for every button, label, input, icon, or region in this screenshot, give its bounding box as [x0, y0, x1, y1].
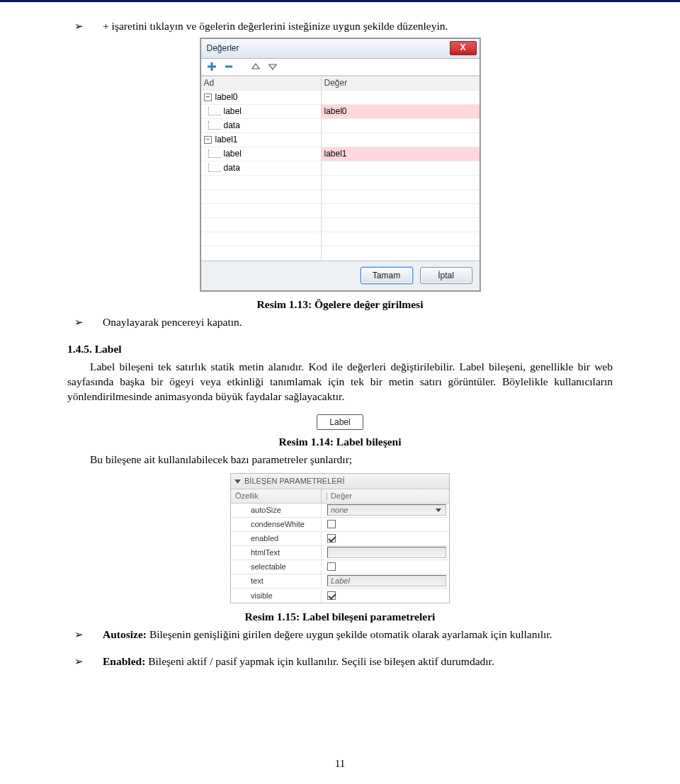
param-row-enabled[interactable]: enabled	[231, 532, 449, 546]
column-header-name: Ad	[201, 76, 322, 90]
figure-caption: Resim 1.13: Ögelere değer girilmesi	[67, 298, 613, 311]
document-page: ➢ + işaretini tıklayın ve ögelerin değer…	[0, 0, 680, 784]
param-row-text[interactable]: text Label	[231, 574, 449, 589]
cell-value	[322, 133, 480, 147]
cell-name: data	[201, 119, 322, 132]
body-paragraph: Label bileşeni tek satırlık statik metin…	[67, 360, 613, 404]
figure-caption: Resim 1.14: Label bileşeni	[67, 436, 613, 448]
expand-collapse-icon[interactable]: −	[204, 93, 212, 101]
cell-value	[322, 161, 480, 175]
bullet-item: ➢ Onaylayarak pencereyi kapatın.	[67, 315, 613, 330]
ok-button[interactable]: Tamam	[361, 267, 413, 284]
column-header-value: Değer	[322, 76, 480, 90]
bullet-item: ➢ Enabled: Bileşeni aktif / pasif yapmak…	[67, 654, 613, 669]
remove-icon[interactable]	[222, 60, 235, 73]
param-checkbox[interactable]	[327, 562, 336, 571]
body-text: Autosize: Bileşenin genişliğini girilen …	[103, 627, 552, 642]
move-down-icon[interactable]	[266, 60, 279, 73]
bullet-item: ➢ Autosize: Bileşenin genişliğini girile…	[67, 627, 613, 642]
dialog-title: Değerler	[207, 43, 450, 53]
tree-connector-icon	[208, 149, 221, 158]
cell-text: label	[224, 106, 242, 116]
grid-row[interactable]: − label1	[201, 133, 480, 147]
tree-connector-icon	[208, 121, 221, 130]
param-label: text	[231, 574, 322, 588]
cell-value	[322, 119, 480, 132]
cell-name: label	[201, 147, 322, 161]
cell-text: label	[224, 149, 242, 159]
param-row-autosize[interactable]: autoSize none	[231, 504, 449, 518]
param-textfield[interactable]: Label	[327, 575, 446, 586]
body-paragraph: Bu bileşene ait kullanılabilecek bazı pa…	[67, 453, 613, 467]
values-dialog: Değerler X Ad Değer	[200, 38, 480, 291]
param-checkbox[interactable]	[327, 591, 336, 600]
param-label: visible	[231, 589, 322, 603]
bullet-item: ➢ + işaretini tıklayın ve ögelerin değer…	[67, 19, 613, 34]
grid-row[interactable]: data	[201, 119, 480, 133]
cell-value[interactable]: label0	[322, 105, 480, 118]
move-up-icon[interactable]	[249, 60, 262, 73]
body-text: Enabled: Bileşeni aktif / pasif yapmak i…	[103, 654, 494, 669]
cell-value	[322, 91, 480, 104]
grid-empty-row	[201, 232, 480, 246]
cell-text: label0	[215, 92, 238, 102]
component-parameters-panel: BİLEŞEN PARAMETRELERİ Özellik | Değer au…	[230, 473, 450, 603]
panel-title: BİLEŞEN PARAMETRELERİ	[244, 477, 345, 485]
panel-header[interactable]: BİLEŞEN PARAMETRELERİ	[231, 474, 449, 489]
cell-text: data	[224, 163, 240, 173]
param-row-condensewhite[interactable]: condenseWhite	[231, 518, 449, 532]
values-grid: Ad Değer − label0 label label0	[201, 76, 480, 261]
grid-header-row: Ad Değer	[201, 76, 480, 91]
grid-empty-row	[201, 246, 480, 261]
dialog-toolbar	[201, 59, 480, 76]
body-text: Onaylayarak pencereyi kapatın.	[103, 315, 242, 330]
cell-value[interactable]: label1	[322, 147, 480, 161]
dialog-footer: Tamam İptal	[201, 261, 480, 290]
run-text: Bileşeni aktif / pasif yapmak için kulla…	[145, 655, 494, 667]
section-heading: 1.4.5. Label	[67, 343, 613, 356]
cancel-button[interactable]: İptal	[420, 267, 472, 284]
param-row-htmltext[interactable]: htmlText	[231, 546, 449, 560]
cell-name: − label0	[201, 91, 322, 104]
grid-row[interactable]: − label0	[201, 91, 480, 105]
label-component-preview: Label	[317, 414, 363, 430]
panel-column-headers: Özellik | Değer	[231, 489, 449, 504]
tree-connector-icon	[208, 107, 221, 115]
param-dropdown[interactable]: none	[327, 504, 446, 516]
cell-text: label1	[215, 135, 238, 144]
param-row-visible[interactable]: visible	[231, 589, 449, 603]
dialog-titlebar: Değerler X	[201, 39, 480, 59]
param-checkbox[interactable]	[327, 534, 336, 542]
param-row-selectable[interactable]: selectable	[231, 560, 449, 574]
close-button[interactable]: X	[450, 41, 477, 55]
page-number: 11	[0, 758, 680, 770]
figure-caption: Resim 1.15: Label bileşeni parametreleri	[67, 610, 613, 623]
param-label: selectable	[231, 560, 322, 574]
param-checkbox[interactable]	[327, 520, 336, 528]
expand-collapse-icon[interactable]: −	[204, 136, 212, 144]
run-bold: Autosize:	[103, 628, 147, 640]
cell-name: − label1	[201, 133, 322, 147]
grid-row[interactable]: data	[201, 161, 480, 176]
cell-text: data	[224, 120, 240, 130]
grid-row[interactable]: label label0	[201, 105, 480, 119]
param-textfield[interactable]	[327, 547, 446, 558]
tree-connector-icon	[208, 164, 221, 172]
column-header-property: Özellik	[231, 489, 322, 503]
bullet-glyph: ➢	[67, 654, 103, 669]
param-label: condenseWhite	[231, 518, 322, 531]
grid-row[interactable]: label label1	[201, 147, 480, 161]
bullet-glyph: ➢	[67, 19, 103, 34]
collapse-triangle-icon	[234, 477, 242, 485]
body-text: + işaretini tıklayın ve ögelerin değerle…	[103, 19, 448, 34]
run-text: Bileşenin genişliğini girilen değere uyg…	[147, 628, 552, 640]
bullet-glyph: ➢	[67, 627, 103, 642]
grid-empty-row	[201, 218, 480, 232]
param-label: enabled	[231, 532, 322, 545]
grid-empty-row	[201, 190, 480, 204]
add-icon[interactable]	[205, 60, 218, 73]
column-header-value: | Değer	[322, 489, 449, 503]
param-label: autoSize	[231, 504, 322, 517]
cell-name: data	[201, 161, 322, 175]
param-label: htmlText	[231, 546, 322, 559]
